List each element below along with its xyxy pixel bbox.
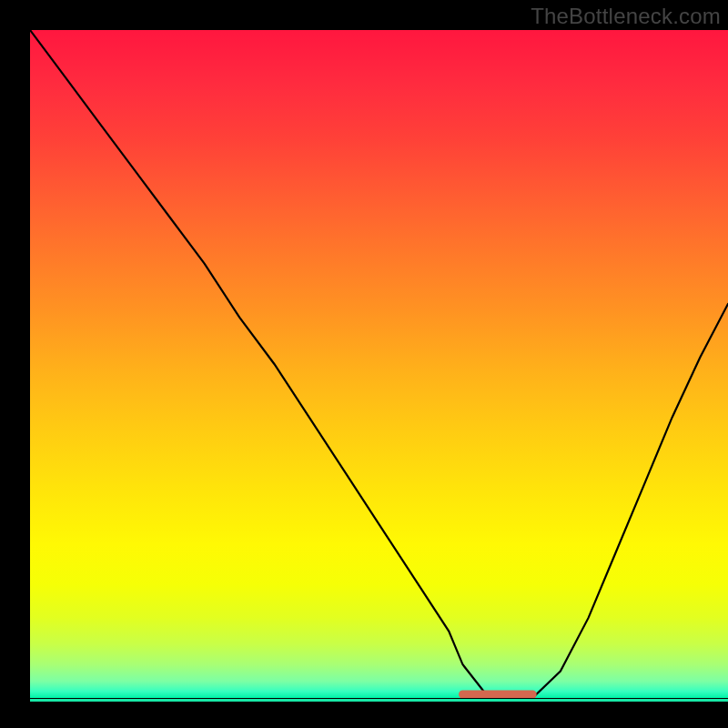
bottom-edge-band — [30, 699, 728, 702]
watermark-text: TheBottleneck.com — [531, 4, 721, 29]
chart-frame: TheBottleneck.com — [0, 0, 728, 728]
bottleneck-curve — [30, 30, 728, 698]
curve-path — [30, 30, 728, 698]
plot-area — [30, 30, 728, 698]
